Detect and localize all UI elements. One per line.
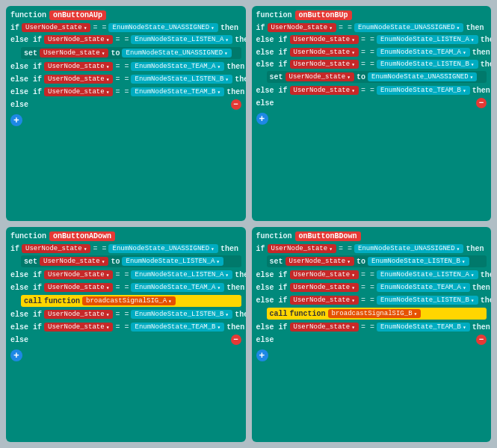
var-pill[interactable]: UserNode_state [40,257,108,266]
enum-pill[interactable]: EnumNodeState_LISTEN_B [377,296,478,305]
elseif-keyword: else if [10,271,42,279]
then-keyword: then [472,323,490,332]
function-name[interactable]: onButtonADown [49,231,115,241]
var-pill[interactable]: UserNode_state [22,244,90,253]
var-pill[interactable]: UserNode_state [290,283,359,292]
enum-pill[interactable]: EnumNodeState_UNASSIGNED [108,244,217,253]
var-pill[interactable]: UserNode_state [285,257,354,266]
function-header: function onButtonADown [10,231,241,241]
var-pill[interactable]: UserNode_state [44,283,113,292]
elseif-keyword: else if [256,271,288,279]
plus-button[interactable]: + [256,113,268,125]
function-keyword: function [290,310,326,318]
var-pill[interactable]: UserNode_state [290,270,359,279]
var-pill[interactable]: UserNode_state [44,75,113,84]
var-pill[interactable]: UserNode_state [290,323,359,332]
var-pill[interactable]: UserNode_state [44,62,113,71]
enum-pill[interactable]: EnumNodeState_LISTEN_A [377,35,478,44]
elseif-row: else if UserNode_state = = EnumNodeState… [10,34,241,45]
op: = = [93,245,106,253]
set-keyword: set [270,258,283,266]
enum-pill[interactable]: EnumNodeState_TEAM_B [377,86,470,95]
var-pill[interactable]: UserNode_state [268,244,336,253]
var-pill[interactable]: UserNode_state [44,310,113,319]
if-row: if UserNode_state = = EnumNodeState_UNAS… [10,244,241,253]
then-keyword: then [481,36,491,44]
enum-pill[interactable]: EnumNodeState_TEAM_A [131,62,224,71]
function-header: function onButtonBUp [256,10,487,20]
fn-pill[interactable]: broadcastSignalSIG_B [328,309,422,318]
var-pill[interactable]: UserNode_state [290,48,359,57]
elseif-row: else if UserNode_state = = EnumNodeState… [256,322,487,332]
else-row: else− [10,335,241,345]
elseif-keyword: else if [256,49,288,57]
enum-pill[interactable]: EnumNodeState_TEAM_A [131,283,224,292]
elseif-keyword: else if [256,296,288,305]
enum-pill[interactable]: EnumNodeState_LISTEN_B [368,257,469,266]
enum-pill[interactable]: EnumNodeState_UNASSIGNED [108,23,217,32]
then-keyword: then [220,245,238,253]
enum-pill[interactable]: EnumNodeState_UNASSIGNED [354,23,463,32]
enum-pill[interactable]: EnumNodeState_TEAM_B [377,323,470,332]
block-onButtonBUp: function onButtonBUp if UserNode_state =… [252,6,492,221]
enum-pill[interactable]: EnumNodeState_TEAM_B [131,87,224,96]
var-pill[interactable]: UserNode_state [268,23,336,32]
enum-pill[interactable]: EnumNodeState_TEAM_A [377,283,470,292]
var-pill[interactable]: UserNode_state [290,86,359,95]
function-keyword: function [10,232,46,240]
function-name[interactable]: onButtonAUp [49,10,106,20]
elseif-row: else if UserNode_state = = EnumNodeState… [10,270,241,280]
block-onButtonBDown: function onButtonBDown if UserNode_state… [252,227,492,442]
enum-pill[interactable]: EnumNodeState_UNASSIGNED [368,72,477,81]
var-pill[interactable]: UserNode_state [44,323,113,332]
enum-pill[interactable]: EnumNodeState_TEAM_B [131,323,224,332]
elseif-keyword: else if [10,311,42,319]
enum-pill[interactable]: EnumNodeState_LISTEN_A [131,270,232,279]
op: = = [115,36,129,44]
var-pill[interactable]: UserNode_state [44,270,113,279]
plus-button[interactable]: + [10,349,22,361]
elseif-row: else if UserNode_state = = EnumNodeState… [256,282,487,293]
function-name[interactable]: onButtonBUp [295,10,352,20]
call-row: call function broadcastSignalSIG_A [21,295,241,307]
op: = = [115,88,129,96]
var-pill[interactable]: UserNode_state [44,35,113,44]
enum-pill[interactable]: EnumNodeState_LISTEN_B [131,75,232,84]
elseif-row: else if UserNode_state = = EnumNodeState… [256,295,487,305]
then-keyword: then [226,284,244,292]
then-keyword: then [235,75,245,84]
enum-pill[interactable]: EnumNodeState_UNASSIGNED [354,244,463,253]
enum-pill[interactable]: EnumNodeState_LISTEN_A [131,35,232,44]
enum-pill[interactable]: EnumNodeState_LISTEN_B [131,310,232,319]
minus-button[interactable]: − [476,335,487,345]
if-keyword: if [256,245,265,253]
var-pill[interactable]: UserNode_state [290,35,359,44]
elseif-row: else if UserNode_state = = EnumNodeState… [256,34,487,45]
elseif-row: else if UserNode_state = = EnumNodeState… [10,309,241,320]
enum-pill[interactable]: EnumNodeState_LISTEN_A [377,270,478,279]
enum-pill[interactable]: EnumNodeState_TEAM_A [377,48,470,57]
var-pill[interactable]: UserNode_state [40,49,108,57]
call-row: call function broadcastSignalSIG_B [267,308,487,320]
var-pill[interactable]: UserNode_state [290,296,359,305]
enum-pill[interactable]: EnumNodeState_UNASSIGNED [122,49,231,57]
minus-button[interactable]: − [231,335,241,345]
to-keyword: to [356,258,365,266]
var-pill[interactable]: UserNode_state [285,72,354,81]
var-pill[interactable]: UserNode_state [290,60,359,69]
plus-button[interactable]: + [10,114,22,126]
then-keyword: then [472,87,490,95]
var-pill[interactable]: UserNode_state [44,87,113,96]
var-pill[interactable]: UserNode_state [22,23,90,32]
op: = = [339,24,352,32]
then-keyword: then [466,24,484,32]
then-keyword: then [481,271,491,279]
function-name[interactable]: onButtonBDown [295,231,361,241]
enum-pill[interactable]: EnumNodeState_LISTEN_B [377,60,478,69]
minus-button[interactable]: − [476,98,487,108]
if-row: if UserNode_state = = EnumNodeState_UNAS… [10,23,241,32]
minus-button[interactable]: − [231,99,241,110]
plus-button[interactable]: + [256,349,268,361]
fn-pill[interactable]: broadcastSignalSIG_A [82,296,176,305]
enum-pill[interactable]: EnumNodeState_LISTEN_A [122,257,223,266]
